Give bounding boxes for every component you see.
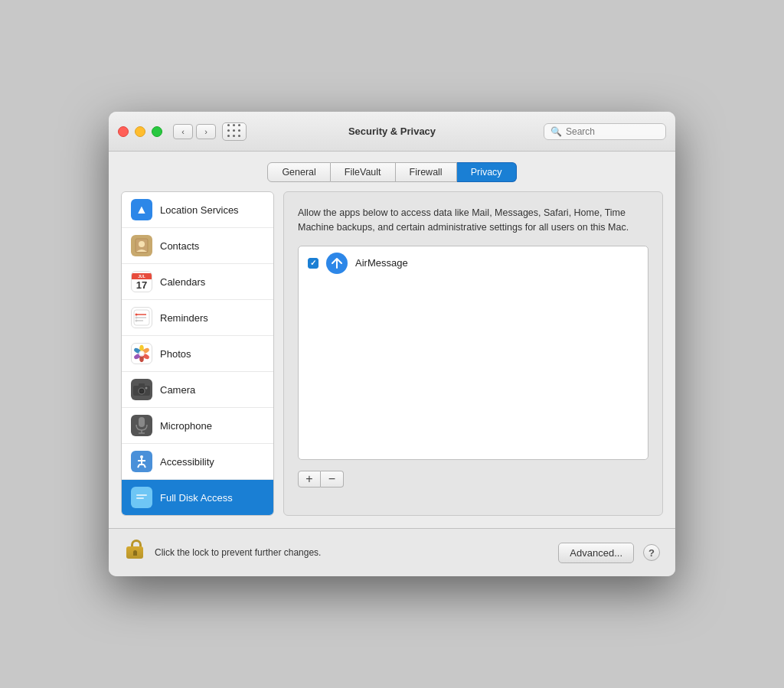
main-window: ‹ › Security & Privacy 🔍 General FileVau… [109, 112, 675, 576]
svg-point-8 [136, 320, 138, 322]
maximize-button[interactable] [152, 126, 162, 137]
list-controls: + − [298, 471, 648, 487]
tab-general[interactable]: General [267, 162, 330, 182]
sidebar-item-photos[interactable]: Photos [122, 336, 273, 372]
lock-keyhole [133, 550, 137, 556]
window-title: Security & Privacy [348, 126, 436, 137]
svg-rect-35 [136, 497, 144, 499]
tab-privacy[interactable]: Privacy [457, 162, 517, 182]
forward-button[interactable]: › [196, 124, 216, 139]
app-name: AirMessage [355, 257, 408, 269]
sidebar-label-photos: Photos [160, 348, 191, 360]
list-item[interactable]: ✓ AirMessage [299, 246, 648, 280]
close-button[interactable] [118, 126, 129, 137]
main-panel: Allow the apps below to access data like… [283, 191, 663, 516]
help-button[interactable]: ? [643, 544, 660, 561]
traffic-lights [118, 126, 162, 137]
bottom-bar: Click the lock to prevent further change… [109, 528, 675, 576]
svg-rect-22 [139, 417, 145, 427]
svg-point-19 [140, 390, 144, 393]
camera-icon [131, 379, 152, 400]
sidebar-label-calendars: Calendars [160, 276, 205, 288]
panel-description: Allow the apps below to access data like… [298, 206, 648, 235]
svg-point-1 [139, 241, 145, 247]
nav-buttons: ‹ › [173, 124, 216, 139]
sidebar-label-reminders: Reminders [160, 312, 208, 324]
svg-rect-20 [139, 383, 145, 386]
svg-point-21 [145, 387, 148, 390]
sidebar-label-full-disk-access: Full Disk Access [160, 492, 233, 504]
remove-button[interactable]: − [321, 471, 344, 487]
contacts-icon [131, 235, 152, 256]
tab-firewall[interactable]: Firewall [396, 162, 457, 182]
svg-point-7 [136, 317, 138, 319]
content-area: ▲ Location Services Contacts JUL 17 [109, 191, 675, 528]
grid-icon [227, 124, 242, 139]
svg-rect-34 [136, 494, 147, 496]
sidebar: ▲ Location Services Contacts JUL 17 [121, 191, 274, 516]
lock-label: Click the lock to prevent further change… [155, 547, 549, 558]
reminders-icon [131, 307, 152, 328]
titlebar: ‹ › Security & Privacy 🔍 [109, 112, 675, 152]
search-icon: 🔍 [550, 126, 562, 137]
add-button[interactable]: + [298, 471, 321, 487]
app-checkbox[interactable]: ✓ [308, 258, 318, 269]
calendars-icon: JUL 17 [131, 271, 152, 292]
minimize-button[interactable] [135, 126, 145, 137]
sidebar-item-calendars[interactable]: JUL 17 Calendars [122, 264, 273, 300]
svg-point-6 [136, 314, 138, 316]
search-input[interactable] [566, 126, 659, 137]
sidebar-item-reminders[interactable]: Reminders [122, 300, 273, 336]
sidebar-item-camera[interactable]: Camera [122, 372, 273, 408]
advanced-button[interactable]: Advanced... [558, 543, 634, 563]
sidebar-item-contacts[interactable]: Contacts [122, 228, 273, 264]
fulldisk-icon [131, 487, 152, 508]
sidebar-label-camera: Camera [160, 384, 195, 396]
location-icon: ▲ [131, 199, 152, 220]
sidebar-label-microphone: Microphone [160, 420, 212, 432]
svg-point-26 [140, 455, 143, 458]
sidebar-label-location-services: Location Services [160, 204, 239, 216]
lock-icon[interactable] [124, 540, 145, 566]
svg-point-16 [139, 351, 144, 356]
grid-button[interactable] [222, 122, 247, 141]
apps-list: ✓ AirMessage [298, 246, 648, 460]
lock-body [126, 546, 143, 559]
sidebar-label-contacts: Contacts [160, 240, 199, 252]
sidebar-item-location-services[interactable]: ▲ Location Services [122, 192, 273, 228]
accessibility-icon [131, 451, 152, 472]
search-bar[interactable]: 🔍 [544, 123, 666, 140]
app-icon [326, 253, 348, 274]
checkmark-icon: ✓ [310, 259, 316, 267]
photos-icon [131, 343, 152, 364]
microphone-icon [131, 415, 152, 436]
sidebar-item-microphone[interactable]: Microphone [122, 408, 273, 444]
tabs-bar: General FileVault Firewall Privacy [109, 152, 675, 191]
sidebar-label-accessibility: Accessibility [160, 456, 214, 468]
back-button[interactable]: ‹ [173, 124, 193, 139]
sidebar-item-accessibility[interactable]: Accessibility [122, 444, 273, 480]
tab-filevault[interactable]: FileVault [331, 162, 396, 182]
sidebar-item-full-disk-access[interactable]: Full Disk Access [122, 480, 273, 515]
